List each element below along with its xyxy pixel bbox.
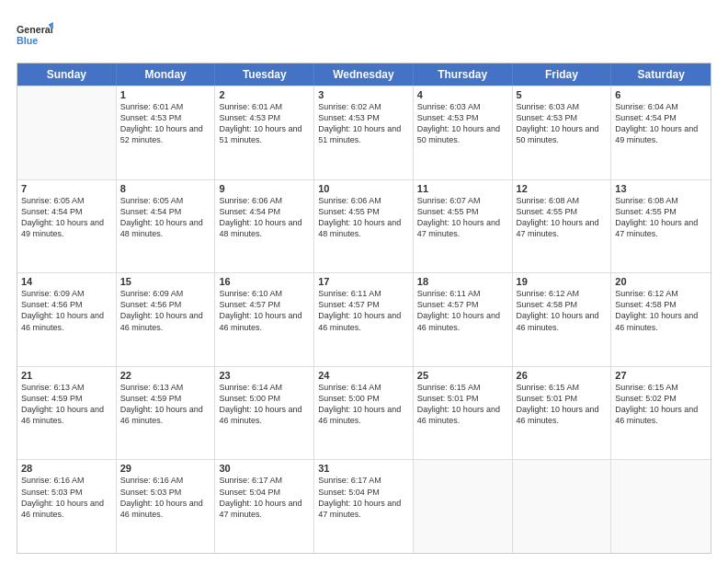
day-number: 23 — [219, 370, 310, 381]
cell-info: Sunrise: 6:06 AM Sunset: 4:55 PM Dayligh… — [318, 195, 409, 240]
day-cell-29: 29 Sunrise: 6:16 AM Sunset: 5:03 PM Dayl… — [117, 460, 216, 553]
day-cell-5: 5 Sunrise: 6:03 AM Sunset: 4:53 PM Dayli… — [513, 86, 612, 179]
day-number: 5 — [517, 89, 608, 100]
cell-info: Sunrise: 6:17 AM Sunset: 5:04 PM Dayligh… — [318, 475, 409, 520]
cell-info: Sunrise: 6:10 AM Sunset: 4:57 PM Dayligh… — [219, 288, 310, 333]
cell-info: Sunrise: 6:16 AM Sunset: 5:03 PM Dayligh… — [120, 475, 211, 520]
day-number: 6 — [615, 89, 707, 100]
header-day-wednesday: Wednesday — [314, 63, 414, 86]
cell-info: Sunrise: 6:01 AM Sunset: 4:53 PM Dayligh… — [120, 101, 211, 146]
day-number: 17 — [318, 276, 409, 287]
logo-svg: General Blue — [17, 17, 53, 53]
day-cell-10: 10 Sunrise: 6:06 AM Sunset: 4:55 PM Dayl… — [314, 180, 414, 273]
cell-info: Sunrise: 6:05 AM Sunset: 4:54 PM Dayligh… — [21, 195, 112, 240]
cell-info: Sunrise: 6:03 AM Sunset: 4:53 PM Dayligh… — [417, 101, 508, 146]
cell-info: Sunrise: 6:13 AM Sunset: 4:59 PM Dayligh… — [120, 382, 211, 427]
day-cell-8: 8 Sunrise: 6:05 AM Sunset: 4:54 PM Dayli… — [117, 180, 216, 273]
cell-info: Sunrise: 6:13 AM Sunset: 4:59 PM Dayligh… — [21, 382, 112, 427]
cell-info: Sunrise: 6:05 AM Sunset: 4:54 PM Dayligh… — [120, 195, 211, 240]
day-number: 7 — [21, 183, 112, 194]
cell-info: Sunrise: 6:09 AM Sunset: 4:56 PM Dayligh… — [120, 288, 211, 333]
calendar-row-4: 21 Sunrise: 6:13 AM Sunset: 4:59 PM Dayl… — [17, 366, 711, 460]
cell-info: Sunrise: 6:14 AM Sunset: 5:00 PM Dayligh… — [219, 382, 310, 427]
day-number: 4 — [417, 89, 508, 100]
cell-info: Sunrise: 6:01 AM Sunset: 4:53 PM Dayligh… — [219, 101, 310, 146]
calendar-body: 1 Sunrise: 6:01 AM Sunset: 4:53 PM Dayli… — [17, 86, 711, 553]
cell-info: Sunrise: 6:15 AM Sunset: 5:02 PM Dayligh… — [615, 382, 707, 427]
day-cell-6: 6 Sunrise: 6:04 AM Sunset: 4:54 PM Dayli… — [611, 86, 711, 179]
day-number: 13 — [615, 183, 707, 194]
day-cell-26: 26 Sunrise: 6:15 AM Sunset: 5:01 PM Dayl… — [513, 367, 612, 460]
day-cell-22: 22 Sunrise: 6:13 AM Sunset: 4:59 PM Dayl… — [117, 367, 216, 460]
day-cell-23: 23 Sunrise: 6:14 AM Sunset: 5:00 PM Dayl… — [215, 367, 314, 460]
day-number: 18 — [417, 276, 508, 287]
cell-info: Sunrise: 6:15 AM Sunset: 5:01 PM Dayligh… — [417, 382, 508, 427]
header-day-tuesday: Tuesday — [215, 63, 314, 86]
calendar: SundayMondayTuesdayWednesdayThursdayFrid… — [17, 63, 711, 554]
cell-info: Sunrise: 6:08 AM Sunset: 4:55 PM Dayligh… — [517, 195, 608, 240]
calendar-row-5: 28 Sunrise: 6:16 AM Sunset: 5:03 PM Dayl… — [17, 459, 711, 553]
cell-info: Sunrise: 6:03 AM Sunset: 4:53 PM Dayligh… — [517, 101, 608, 146]
day-number: 29 — [120, 463, 211, 474]
day-number: 9 — [219, 183, 310, 194]
day-cell-3: 3 Sunrise: 6:02 AM Sunset: 4:53 PM Dayli… — [314, 86, 414, 179]
day-cell-7: 7 Sunrise: 6:05 AM Sunset: 4:54 PM Dayli… — [17, 180, 117, 273]
day-number: 1 — [120, 89, 211, 100]
empty-cell-4-4 — [414, 460, 513, 553]
day-number: 3 — [318, 89, 409, 100]
cell-info: Sunrise: 6:07 AM Sunset: 4:55 PM Dayligh… — [417, 195, 508, 240]
day-number: 25 — [417, 370, 508, 381]
top-section: General Blue — [17, 17, 711, 53]
day-cell-16: 16 Sunrise: 6:10 AM Sunset: 4:57 PM Dayl… — [215, 273, 314, 366]
day-cell-4: 4 Sunrise: 6:03 AM Sunset: 4:53 PM Dayli… — [414, 86, 513, 179]
page: General Blue SundayMondayTuesdayWednesda… — [0, 0, 728, 563]
cell-info: Sunrise: 6:17 AM Sunset: 5:04 PM Dayligh… — [219, 475, 310, 520]
header-day-monday: Monday — [117, 63, 216, 86]
cell-info: Sunrise: 6:15 AM Sunset: 5:01 PM Dayligh… — [517, 382, 608, 427]
day-cell-14: 14 Sunrise: 6:09 AM Sunset: 4:56 PM Dayl… — [17, 273, 117, 366]
day-number: 19 — [517, 276, 608, 287]
header-day-sunday: Sunday — [17, 63, 117, 86]
cell-info: Sunrise: 6:04 AM Sunset: 4:54 PM Dayligh… — [615, 101, 707, 146]
day-number: 30 — [219, 463, 310, 474]
day-cell-1: 1 Sunrise: 6:01 AM Sunset: 4:53 PM Dayli… — [117, 86, 216, 179]
cell-info: Sunrise: 6:12 AM Sunset: 4:58 PM Dayligh… — [517, 288, 608, 333]
logo: General Blue — [17, 17, 53, 53]
day-cell-11: 11 Sunrise: 6:07 AM Sunset: 4:55 PM Dayl… — [414, 180, 513, 273]
day-number: 8 — [120, 183, 211, 194]
day-number: 24 — [318, 370, 409, 381]
day-number: 14 — [21, 276, 112, 287]
calendar-header: SundayMondayTuesdayWednesdayThursdayFrid… — [17, 63, 711, 86]
day-cell-20: 20 Sunrise: 6:12 AM Sunset: 4:58 PM Dayl… — [611, 273, 711, 366]
empty-cell-4-5 — [513, 460, 612, 553]
empty-cell-0-0 — [17, 86, 117, 179]
calendar-row-1: 1 Sunrise: 6:01 AM Sunset: 4:53 PM Dayli… — [17, 86, 711, 179]
header-day-friday: Friday — [513, 63, 612, 86]
day-cell-19: 19 Sunrise: 6:12 AM Sunset: 4:58 PM Dayl… — [513, 273, 612, 366]
day-number: 12 — [517, 183, 608, 194]
cell-info: Sunrise: 6:11 AM Sunset: 4:57 PM Dayligh… — [417, 288, 508, 333]
calendar-row-3: 14 Sunrise: 6:09 AM Sunset: 4:56 PM Dayl… — [17, 272, 711, 366]
day-cell-31: 31 Sunrise: 6:17 AM Sunset: 5:04 PM Dayl… — [314, 460, 414, 553]
cell-info: Sunrise: 6:02 AM Sunset: 4:53 PM Dayligh… — [318, 101, 409, 146]
cell-info: Sunrise: 6:16 AM Sunset: 5:03 PM Dayligh… — [21, 475, 112, 520]
day-number: 21 — [21, 370, 112, 381]
day-number: 16 — [219, 276, 310, 287]
cell-info: Sunrise: 6:08 AM Sunset: 4:55 PM Dayligh… — [615, 195, 707, 240]
day-cell-24: 24 Sunrise: 6:14 AM Sunset: 5:00 PM Dayl… — [314, 367, 414, 460]
day-cell-13: 13 Sunrise: 6:08 AM Sunset: 4:55 PM Dayl… — [611, 180, 711, 273]
day-cell-27: 27 Sunrise: 6:15 AM Sunset: 5:02 PM Dayl… — [611, 367, 711, 460]
day-cell-25: 25 Sunrise: 6:15 AM Sunset: 5:01 PM Dayl… — [414, 367, 513, 460]
day-cell-12: 12 Sunrise: 6:08 AM Sunset: 4:55 PM Dayl… — [513, 180, 612, 273]
day-number: 27 — [615, 370, 707, 381]
day-number: 20 — [615, 276, 707, 287]
day-cell-28: 28 Sunrise: 6:16 AM Sunset: 5:03 PM Dayl… — [17, 460, 117, 553]
day-cell-21: 21 Sunrise: 6:13 AM Sunset: 4:59 PM Dayl… — [17, 367, 117, 460]
day-number: 2 — [219, 89, 310, 100]
empty-cell-4-6 — [611, 460, 711, 553]
day-number: 10 — [318, 183, 409, 194]
cell-info: Sunrise: 6:14 AM Sunset: 5:00 PM Dayligh… — [318, 382, 409, 427]
svg-text:Blue: Blue — [17, 35, 38, 46]
svg-text:General: General — [17, 24, 53, 35]
day-cell-2: 2 Sunrise: 6:01 AM Sunset: 4:53 PM Dayli… — [215, 86, 314, 179]
